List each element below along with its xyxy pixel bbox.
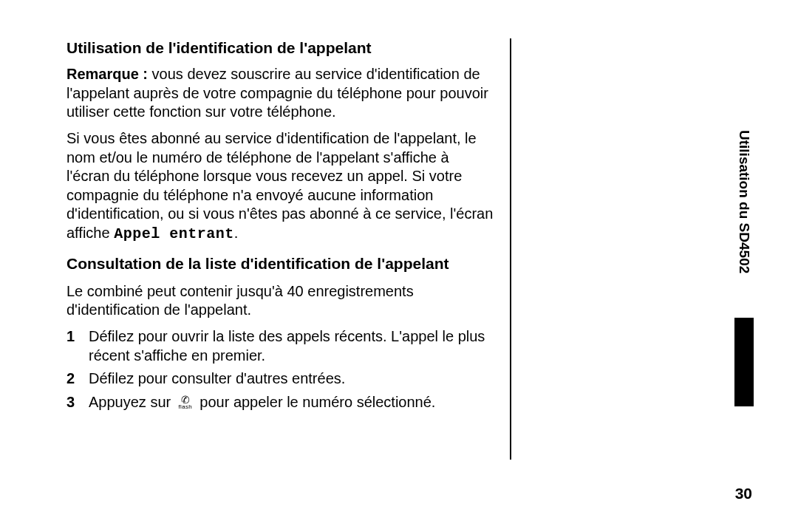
step-text-post: pour appeler le numéro sélectionné. (196, 394, 436, 410)
chapter-tab: Utilisation du SD4502 (734, 130, 754, 411)
para2-pre: Si vous êtes abonné au service d'identif… (66, 130, 493, 241)
para2-post: . (234, 225, 239, 241)
step-text-pre: Appuyez sur (89, 394, 175, 410)
chapter-tab-marker (734, 318, 754, 406)
flash-icon-label: flash (175, 404, 196, 410)
step-text: Défilez pour ouvrir la liste des appels … (89, 328, 485, 364)
note-paragraph: Remarque : vous devez souscrire au servi… (66, 65, 495, 122)
step-3: 3 Appuyez sur ✆flash pour appeler le num… (66, 393, 495, 412)
step-number: 3 (66, 393, 75, 412)
instruction-steps: 1 Défilez pour ouvrir la liste des appel… (66, 327, 495, 412)
flash-key-icon: ✆flash (175, 396, 196, 411)
heading-caller-id-list: Consultation de la liste d'identificatio… (66, 254, 495, 273)
chapter-tab-label: Utilisation du SD4502 (736, 130, 752, 273)
note-label: Remarque : (66, 66, 148, 82)
page-content: Utilisation de l'identification de l'app… (66, 38, 495, 416)
vertical-divider (510, 38, 511, 460)
step-2: 2 Défilez pour consulter d'autres entrée… (66, 369, 495, 389)
heading-caller-id-usage: Utilisation de l'identification de l'app… (66, 38, 495, 58)
step-text: Défilez pour consulter d'autres entrées. (89, 370, 345, 386)
step-1: 1 Défilez pour ouvrir la liste des appel… (66, 327, 495, 365)
page-number: 30 (735, 485, 752, 502)
list-capacity-text: Le combiné peut contenir jusqu'à 40 enre… (66, 282, 495, 320)
step-number: 2 (66, 369, 75, 389)
caller-id-description: Si vous êtes abonné au service d'identif… (66, 129, 495, 244)
screen-text-incoming-call: Appel entrant (114, 225, 234, 242)
step-number: 1 (66, 327, 75, 347)
